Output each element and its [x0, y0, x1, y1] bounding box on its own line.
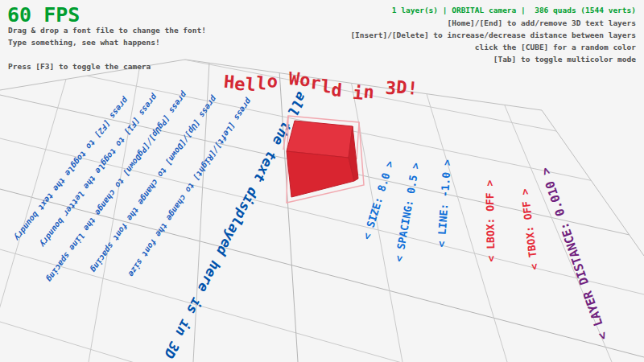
fps-counter: 60 FPS — [7, 3, 80, 27]
hint-cube-color: click the [CUBE] for a random color — [475, 43, 636, 51]
hint-multicolor-mode: [Tab] to toggle multicolor mode — [493, 55, 636, 64]
viewport: press [F2] to toggle the text boundry pr… — [0, 0, 644, 362]
hint-type-something: Type something, see what happens! — [8, 38, 160, 47]
status-bar: 1 layer(s) | ORBITAL camera | 386 quads … — [392, 6, 636, 14]
hint-toggle-camera: Press [F3] to toggle the camera — [8, 62, 151, 71]
hint-drop-font: Drag & drop a font file to change the fo… — [8, 26, 206, 35]
hint-layer-distance: [Insert]/[Delete] to increase/decrease d… — [350, 31, 636, 39]
hint-add-remove-layers: [Home]/[End] to add/remove 3D text layer… — [448, 19, 637, 27]
